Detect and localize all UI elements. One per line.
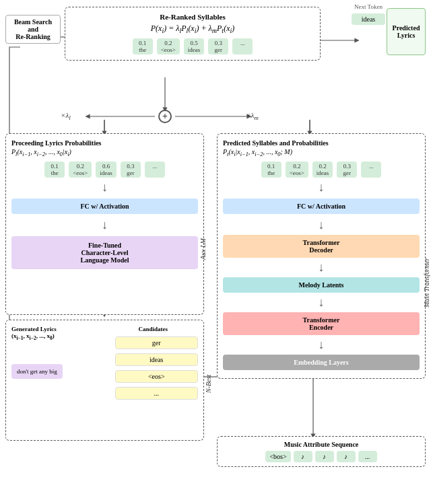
transformer-encoder: TransformerEncoder bbox=[223, 312, 420, 335]
right-syllable-chip: ... bbox=[361, 161, 381, 178]
main-transformer-label: Main Transformer bbox=[422, 209, 431, 357]
reranked-title: Re-Ranked Syllables bbox=[72, 13, 313, 21]
right-panel-title: Predicted Syllables and Probabilities bbox=[223, 139, 420, 147]
music-seq-row: <bos> ♪ ♪ ♪ ... bbox=[223, 451, 420, 462]
left-syllable-chip: 0.2 <eos> bbox=[69, 161, 92, 178]
candidate-chip: ideas bbox=[115, 353, 199, 366]
right-fc-block: FC w/ Activation bbox=[223, 199, 420, 214]
music-chip: ♪ bbox=[315, 451, 334, 462]
lm-block: Fine-TunedCharacter-LevelLanguage Model bbox=[11, 236, 198, 269]
bottom-left-panel: Generated Lyrics(xi−1, xi−2, ..., x0) do… bbox=[5, 320, 204, 441]
reranked-formula: P(xi) = λlPl(xi) + λmPt(xi) bbox=[72, 24, 313, 34]
left-syllable-chip: ... bbox=[145, 161, 165, 178]
right-syllable-chip: 0.3 ger bbox=[337, 161, 357, 178]
reranked-box: Re-Ranked Syllables P(xi) = λlPl(xi) + λ… bbox=[65, 7, 321, 61]
embedding-layers: Embedding Layers bbox=[223, 355, 420, 370]
left-panel: Proceeding Lyrics Probabilities Pl(xi−1,… bbox=[5, 133, 204, 315]
candidate-chip: ... bbox=[115, 387, 199, 400]
right-syllables: 0.1 the 0.2 <eos> 0.2 ideas 0.3 ger ... bbox=[223, 161, 420, 178]
next-token-chip: ideas bbox=[352, 13, 385, 25]
melody-latents: Melody Latents bbox=[223, 277, 420, 293]
candidates-header: Candidates bbox=[108, 326, 199, 332]
music-attr-title: Music Attribute Sequence bbox=[223, 441, 420, 448]
music-chip: ... bbox=[358, 451, 377, 462]
right-syllable-chip: 0.2 <eos> bbox=[286, 161, 308, 178]
transformer-decoder: TransformerDecoder bbox=[223, 235, 420, 258]
music-chip: <bos> bbox=[265, 451, 290, 462]
diagram: Beam Search and Re-Ranking Re-Ranked Syl… bbox=[0, 0, 431, 504]
left-panel-formula: Pl(xi−1, xi−2, ..., x0|xi) bbox=[11, 148, 198, 157]
left-fc-block: FC w/ Activation bbox=[11, 199, 198, 214]
next-token-label: Next Token bbox=[352, 3, 385, 10]
syllable-chip: ... bbox=[232, 38, 253, 55]
left-syllable-chip: 0.1 the bbox=[44, 161, 65, 178]
right-syllable-chip: 0.1 the bbox=[261, 161, 281, 178]
reranked-syllables: 0.1 the 0.2 <eos> 0.5 ideas 0.3 ger ... bbox=[72, 38, 313, 55]
candidates-list: ger ideas <eos> ... bbox=[115, 336, 199, 400]
lambda-m-label: ×λm bbox=[246, 111, 259, 121]
plus-circle: + bbox=[158, 110, 172, 123]
beam-search-box: Beam Search and Re-Ranking bbox=[5, 15, 61, 44]
generated-lyrics-header: Generated Lyrics(xi−1, xi−2, ..., x0) bbox=[11, 326, 102, 341]
syllable-chip: 0.5 ideas bbox=[184, 38, 205, 55]
candidate-chip: <eos> bbox=[115, 370, 199, 383]
left-syllable-chip: 0.3 ger bbox=[121, 161, 141, 178]
lambda-l-label: ×λl bbox=[61, 111, 71, 121]
right-panel: Predicted Syllables and Probabilities Pt… bbox=[217, 133, 426, 379]
n-best-label: N-Best bbox=[203, 357, 213, 410]
syllable-chip: 0.1 the bbox=[133, 38, 153, 55]
beam-search-label: Beam Search and Re-Ranking bbox=[14, 18, 52, 40]
left-syllables: 0.1 the 0.2 <eos> 0.6 ideas 0.3 ger ... bbox=[11, 161, 198, 178]
music-attribute-box: Music Attribute Sequence <bos> ♪ ♪ ♪ ... bbox=[217, 436, 426, 467]
left-panel-title: Proceeding Lyrics Probabilities bbox=[11, 139, 198, 147]
right-panel-formula: Pt(xi|xi−1, xi−2, ..., x0; M) bbox=[223, 148, 420, 157]
syllable-chip: 0.3 ger bbox=[208, 38, 228, 55]
music-chip: ♪ bbox=[337, 451, 356, 462]
syllable-chip: 0.2 <eos> bbox=[157, 38, 180, 55]
right-syllable-chip: 0.2 ideas bbox=[312, 161, 333, 178]
generated-lyrics-text: don't get any big bbox=[11, 364, 63, 379]
aux-lm-label: Aux LM bbox=[198, 209, 207, 289]
left-syllable-chip: 0.6 ideas bbox=[96, 161, 117, 178]
candidate-chip: ger bbox=[115, 336, 199, 349]
predicted-lyrics-box: Predicted Lyrics bbox=[387, 8, 426, 55]
predicted-lyrics-label: Predicted Lyrics bbox=[393, 24, 420, 39]
music-chip: ♪ bbox=[294, 451, 312, 462]
